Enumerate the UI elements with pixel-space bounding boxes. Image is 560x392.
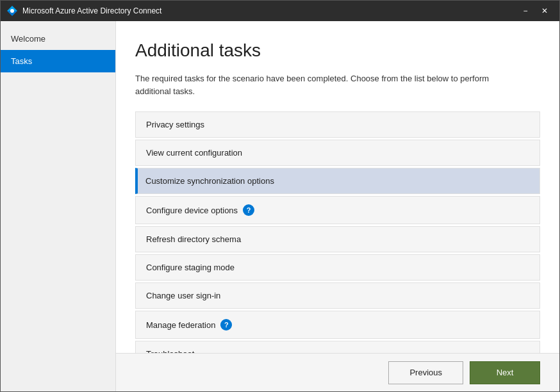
sidebar: Welcome Tasks <box>1 21 116 391</box>
task-item-troubleshoot[interactable]: Troubleshoot <box>135 341 540 353</box>
help-icon-manage-federation[interactable]: ? <box>220 319 232 331</box>
window-controls: − ✕ <box>517 4 553 17</box>
task-label-refresh-schema: Refresh directory schema <box>146 234 241 244</box>
task-label-view-current-config: View current configuration <box>146 148 242 158</box>
content-body: Additional tasks The required tasks for … <box>116 21 559 353</box>
task-item-manage-federation[interactable]: Manage federation? <box>135 311 540 339</box>
next-button[interactable]: Next <box>470 361 540 384</box>
help-icon-configure-device[interactable]: ? <box>243 204 254 216</box>
task-item-view-current-config[interactable]: View current configuration <box>135 140 540 166</box>
task-item-privacy-settings[interactable]: Privacy settings <box>135 111 540 138</box>
task-label-privacy-settings: Privacy settings <box>146 120 204 129</box>
svg-point-2 <box>10 9 14 13</box>
task-label-configure-staging: Configure staging mode <box>146 263 235 272</box>
page-title: Additional tasks <box>135 40 540 61</box>
window-title: Microsoft Azure Active Directory Connect <box>22 6 517 15</box>
sidebar-item-welcome[interactable]: Welcome <box>1 28 115 50</box>
task-list: Privacy settingsView current configurati… <box>135 111 540 353</box>
task-item-configure-staging[interactable]: Configure staging mode <box>135 254 540 281</box>
task-item-refresh-schema[interactable]: Refresh directory schema <box>135 226 540 252</box>
footer: Previous Next <box>116 353 559 391</box>
app-window: Microsoft Azure Active Directory Connect… <box>0 0 560 392</box>
task-label-manage-federation: Manage federation <box>146 320 215 330</box>
task-label-customize-sync: Customize synchronization options <box>145 176 274 186</box>
title-bar: Microsoft Azure Active Directory Connect… <box>1 1 559 21</box>
task-item-customize-sync[interactable]: Customize synchronization options <box>135 168 540 194</box>
task-item-configure-device[interactable]: Configure device options? <box>135 196 540 224</box>
task-label-configure-device: Configure device options <box>146 206 238 215</box>
previous-button[interactable]: Previous <box>388 361 463 384</box>
minimize-button[interactable]: − <box>517 4 534 17</box>
close-button[interactable]: ✕ <box>536 4 553 17</box>
app-icon <box>7 6 17 16</box>
task-item-change-signin[interactable]: Change user sign-in <box>135 282 540 309</box>
sidebar-item-tasks[interactable]: Tasks <box>1 50 115 72</box>
content-area: Additional tasks The required tasks for … <box>116 21 559 391</box>
task-label-change-signin: Change user sign-in <box>146 291 220 300</box>
description: The required tasks for the scenario have… <box>135 72 520 97</box>
main-content: Welcome Tasks Additional tasks The requi… <box>1 21 559 391</box>
